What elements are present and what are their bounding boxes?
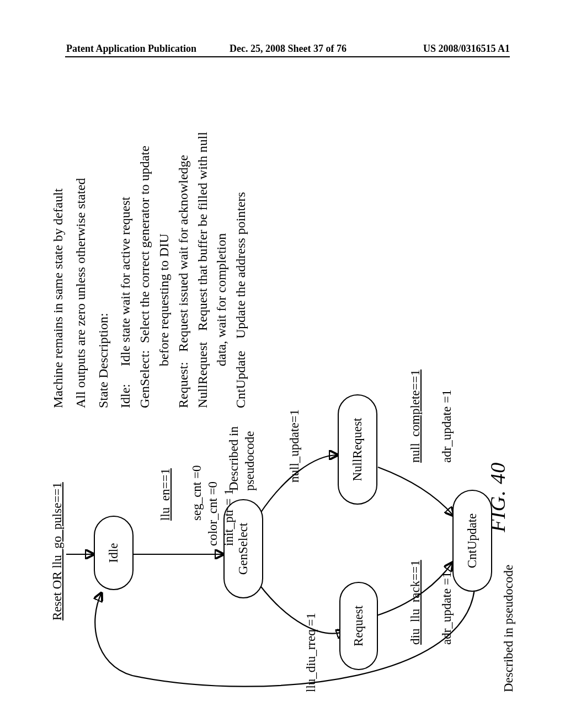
header-center: Dec. 25, 2008 Sheet 37 of 76 <box>230 43 347 55</box>
desc-cnt-key: CntUpdate <box>231 342 250 408</box>
edge-null-complete-act: adr_update =1 <box>440 390 454 463</box>
edge-diu-rack-act: adr_update =1 <box>440 572 454 645</box>
edge-cntupdate-note: Described in pseudocode <box>501 565 517 692</box>
edge-null-complete: null_complete==1 <box>408 370 422 463</box>
figure-sheet: Idle GenSelect Request NullRequest CntUp… <box>33 72 530 687</box>
header-rule <box>65 56 510 57</box>
header-left: Patent Application Publication <box>66 43 196 55</box>
edge-diu-req: llu_diu_rreq =1 <box>303 593 319 692</box>
edge-diu-rack: diu_llu_rack==1 <box>408 560 422 645</box>
desc-gensel-val2: before requesting to DIU <box>154 72 174 408</box>
state-nullrequest-label: NullRequest <box>350 418 365 481</box>
desc-gensel-val1: Select the correct generator to update <box>135 72 154 346</box>
edge-llu-en: llu_en==1 <box>158 468 172 521</box>
state-idle-label: Idle <box>106 543 121 563</box>
desc-req-key: Request: <box>174 355 193 408</box>
desc-title: State Description: <box>94 72 113 408</box>
desc-gensel-key: GenSelect: <box>135 346 154 408</box>
state-idle: Idle <box>94 516 134 590</box>
state-request: Request <box>339 582 378 670</box>
desc-line1: Machine remains in same state by default <box>49 72 68 408</box>
desc-nreq-key: NullRequest <box>193 334 212 408</box>
edge-genselect-note: Described in pseudocode <box>226 426 258 491</box>
state-nullrequest: NullRequest <box>338 394 377 505</box>
figure-caption: FIG. 40 <box>486 462 510 532</box>
edge-null-update: null_update=1 <box>287 409 303 483</box>
header-right: US 2008/0316515 A1 <box>423 43 510 55</box>
desc-idle-key: Idle: <box>116 370 135 408</box>
state-description: Machine remains in same state by default… <box>49 72 250 408</box>
edge-reset: Reset OR llu_go_pulse==1 <box>50 482 66 620</box>
state-request-label: Request <box>351 606 366 646</box>
desc-idle-val: Idle state wait for active request <box>116 72 135 370</box>
desc-nreq-val2: data, wait for completion <box>212 72 231 408</box>
desc-nreq-val1: Request that buffer be filled with null <box>193 72 212 334</box>
state-diagram: Idle GenSelect Request NullRequest CntUp… <box>33 72 530 687</box>
desc-cnt-val: Update the address pointers <box>231 72 250 342</box>
desc-req-val: Request issued wait for acknowledge <box>174 72 193 355</box>
desc-line2: All outputs are zero unless otherwise st… <box>71 72 90 408</box>
